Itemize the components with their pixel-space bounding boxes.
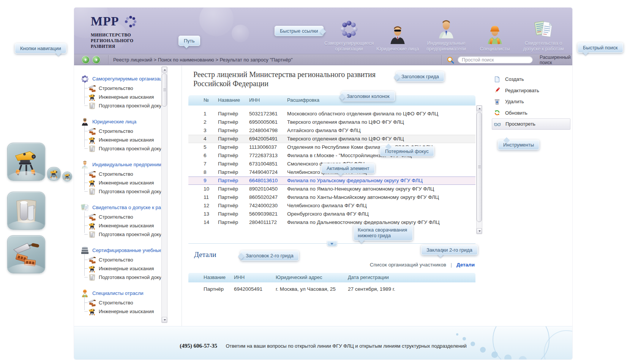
sidebar-group-label: Специалисты отрасли [92,290,144,296]
sidebar-item[interactable]: Инженерные изыскания [88,136,161,144]
scrollbar-thumb[interactable] [162,73,167,107]
table-row[interactable]: 11 Партнёр 8605020247 Филиала по Ханты-М… [188,193,475,202]
toolbar-item[interactable]: Обновить [492,107,570,119]
quick-link-label: Саморегулирующиеся организации [324,41,374,52]
toolbar-item-label: Создать [505,76,524,82]
forward-button[interactable] [92,56,100,64]
sidebar-group: Саморегулируемые организации Строительст… [81,74,161,110]
sidebar-item[interactable]: Строительство [88,127,161,136]
theodolite-icon [49,169,59,179]
quick-link[interactable]: Саморегулирующиеся организации [325,14,373,52]
scroll-down-button[interactable] [162,317,167,323]
businessman-icon [81,117,89,126]
column-header[interactable]: Юридический адрес [276,273,322,282]
sidebar-item[interactable]: Строительство [88,255,161,264]
sidebar-item[interactable]: Строительство [88,298,161,307]
sidebar-group: Свидетельства о допуске к работам Строит… [81,202,161,239]
column-header[interactable]: № [204,95,209,106]
sidebar-item[interactable]: Подготовка проектной документации [88,230,161,239]
toolbar-item[interactable]: Создать [492,74,570,85]
column-header[interactable]: ИНН [234,273,245,282]
cell-number: 11 [204,193,209,202]
sidebar-group-header[interactable]: Юридические лица [81,117,161,127]
decor-dot [456,333,458,336]
sidebar-item[interactable]: Подготовка проектной документации [88,187,161,196]
column-header[interactable]: Название [218,95,240,106]
tab-details[interactable]: Детали [456,262,475,268]
cell-name: Партнёр [218,151,238,160]
quick-link[interactable]: Юридические лица [373,14,422,52]
search-input[interactable] [458,56,533,63]
cell-description: Оренбургского филиала ФГУ ФЛЦ [287,210,472,218]
sidebar-group-header[interactable]: Специалисты отрасли [81,288,161,298]
theodolite-tile-small [47,167,61,181]
table-row[interactable]: 3 Партнёр 2248004798 Алтайского филиала … [188,126,475,135]
application-window: МРР МИНИСТЕРСТВО РЕГИОНАЛЬНОГО РАЗВИТИЯ … [74,8,572,359]
sidebar-item[interactable]: Инженерные изыскания [88,221,161,230]
table-row[interactable]: 14 Партнёр 2804011172 Филиала по Дальнев… [188,218,475,227]
sidebar-item[interactable]: Инженерные изыскания [88,264,161,273]
toolbar-item[interactable]: Просмотреть [492,118,570,130]
sidebar-item[interactable]: Подготовка проектной документации [88,273,161,282]
cell-inn: 2804011172 [249,218,277,227]
sidebar-group-children: Строительство Инженерные изыскания [81,84,161,110]
column-header[interactable]: Дата регистрации [348,273,389,282]
annotation-second-grid-tabs: Закладки 2-го грида [421,245,478,255]
sidebar-item[interactable]: Инженерные изыскания [88,307,161,316]
grid-title: Реестр лицензий Министерства регионально… [193,70,383,88]
theodolite-icon [88,222,96,230]
cell-description: Челябинского филиала ФГУ ФЛЦ [287,168,472,176]
table-row[interactable]: 9 Партнёр 6648013610 Филиала по Уральско… [188,176,475,185]
sidebar-item[interactable]: Подготовка проектной документации [88,101,161,110]
advanced-search-link[interactable]: Расширенный поиск [540,55,572,66]
table-row[interactable]: 1 Партнёр 5032172361 Московского областн… [188,110,475,118]
building-icon [81,246,89,255]
ministry-name: МИНИСТЕРСТВО РЕГИОНАЛЬНОГО РАЗВИТИЯ [91,32,139,49]
sidebar-item[interactable]: Строительство [88,213,161,221]
sidebar-group-header[interactable]: Свидетельства о допуске к работам [81,202,161,213]
cell-description: Алтайского филиала ФГУ ФЛЦ [287,126,472,135]
sidebar-item[interactable]: Строительство [88,84,161,93]
grid-column-headers: № Название ИНН Расшифровка [188,95,475,106]
quick-link[interactable]: Специалисты [471,14,519,52]
table-row[interactable]: 10 Партнёр 8902010450 Филиала по Ямало-Н… [188,185,475,193]
column-header[interactable]: ИНН [249,95,260,106]
sidebar-item[interactable]: Строительство [88,170,161,178]
cell-inn: 6950005061 [249,118,278,126]
grid-scrollbar[interactable] [476,105,482,234]
back-button[interactable] [82,56,90,64]
sidebar-group-header[interactable]: Сертифицированные учебные центры [81,245,161,255]
toolbar-item[interactable]: Удалить [492,96,570,107]
table-row[interactable]: 12 Партнёр 7424000230 Челябинского филиа… [188,202,475,210]
table-row[interactable]: 13 Партнёр 5609039821 Оренбургского фили… [188,210,475,218]
breadcrumb[interactable]: Реестр лицензий > Поиск по наименованию … [113,57,293,63]
table-row[interactable]: 4 Партнёр 6942005491 Тверского отделения… [188,135,475,143]
table-row[interactable]: 2 Партнёр 6950005061 Тверского отделения… [188,118,475,126]
scroll-up-button[interactable] [477,106,482,111]
annotation-quick-search: Быстрый поиск [578,43,623,53]
sidebar-scrollbar[interactable] [161,66,167,323]
quick-link[interactable]: Индивидуальные предприниматели [422,14,471,52]
details-row[interactable]: Партнёр 6942005491 г. Москва, ул Часовая… [188,285,475,294]
cell-number: 7 [204,160,207,168]
scroll-down-button[interactable] [477,228,482,234]
sidebar-item-label: Строительство [99,128,133,134]
tab-participants-list[interactable]: Список организаций участников [370,262,446,268]
sidebar-group-header[interactable]: Саморегулируемые организации [81,74,161,84]
sidebar-item[interactable]: Подготовка проектной документации [88,144,161,153]
column-header[interactable]: Название [204,273,226,282]
sidebar-group-header[interactable]: Индивидуальные предприниматели [81,159,161,170]
sidebar-group-label: Сертифицированные учебные центры [92,247,161,253]
sidebar-item[interactable]: Инженерные изыскания [88,178,161,187]
scrollbar-thumb[interactable] [477,112,482,222]
collapse-bottom-grid-button[interactable] [327,241,337,246]
toolbar-item[interactable]: Редактировать [492,85,570,96]
quick-link-label: Индивидуальные предприниматели [422,41,471,52]
sidebar-item[interactable]: Инженерные изыскания [88,93,161,101]
toolbar-item-label: Удалить [505,99,524,104]
column-header[interactable]: Расшифровка [287,95,319,106]
quick-link[interactable]: Свидетельства о допуске к работам [519,14,568,52]
cell-number: 9 [204,177,207,184]
footer-text: Ответим на ваши вопросы по открытой лини… [226,343,467,349]
scroll-up-button[interactable] [162,67,167,72]
